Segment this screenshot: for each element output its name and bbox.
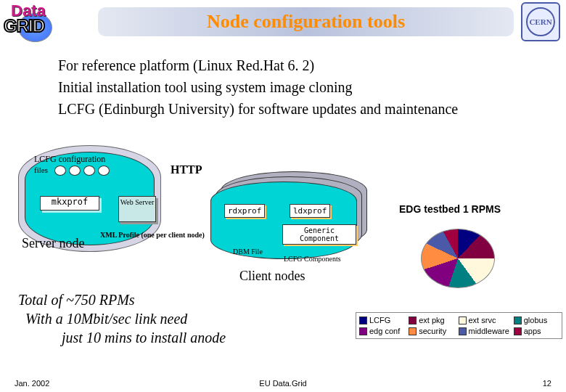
slide-title: Node configuration tools	[207, 11, 405, 33]
http-label: HTTP	[171, 163, 202, 176]
legend-item: ext pkg	[409, 316, 454, 324]
logo-text-grid: GRID	[4, 16, 44, 36]
legend-item: apps	[514, 327, 559, 335]
legend-item: edg conf	[359, 327, 404, 335]
xml-profile-label: XML Profile (one per client node)	[100, 231, 205, 240]
server-node-label: Server node	[22, 236, 84, 251]
legend-item: globus	[514, 316, 559, 324]
legend-swatch	[459, 317, 467, 324]
datagrid-logo: Data GRID	[4, 0, 91, 44]
bullet-3: LCFG (Edinburgh University) for software…	[58, 98, 515, 120]
file-icon	[69, 166, 81, 176]
rdxprof-box: rdxprof	[224, 204, 265, 218]
diagram: LCFG configuration files mkxprof Web Ser…	[7, 145, 559, 290]
client-nodes-label: Client nodes	[239, 269, 305, 284]
legend-item: LCFG	[359, 316, 404, 324]
legend-swatch	[359, 317, 367, 324]
legend-label: LCFG	[369, 316, 390, 324]
file-icon	[98, 166, 110, 176]
pie-chart	[421, 229, 495, 288]
legend-label: apps	[524, 327, 541, 335]
title-bar: Node configuration tools	[98, 7, 514, 36]
mkxprof-box: mkxprof	[40, 196, 99, 211]
generic-component-box: Generic Component	[282, 224, 356, 245]
legend-label: security	[419, 327, 446, 335]
bullet-content: For reference platform (Linux Red.Hat 6.…	[0, 44, 566, 120]
legend-item: ext srvc	[459, 316, 509, 324]
webserver-box: Web Server	[118, 196, 156, 222]
cern-text: CERN	[529, 17, 551, 26]
summary-line-2: With a 10Mbit/sec link need	[25, 309, 226, 328]
client-stack: rdxprof ldxprof Generic Component DBM Fi…	[210, 174, 356, 261]
files-label: files	[34, 166, 48, 174]
legend-swatch	[459, 327, 467, 335]
bullet-1: For reference platform (Linux Red.Hat 6.…	[58, 54, 515, 76]
legend-label: ext srvc	[469, 316, 496, 324]
bullet-2: Initial installation tool using system i…	[58, 76, 515, 98]
legend-item: middleware	[459, 327, 509, 335]
legend-label: edg conf	[369, 327, 400, 335]
pie-legend: LCFGext pkgext srvcglobusedg confsecurit…	[356, 312, 562, 339]
dbm-file-label: DBM File	[233, 248, 263, 256]
legend-swatch	[514, 317, 522, 324]
legend-label: ext pkg	[419, 316, 444, 324]
footer-date: Jan. 2002	[15, 379, 49, 388]
footer-page: 12	[543, 379, 551, 388]
legend-label: middleware	[469, 327, 509, 335]
legend-swatch	[359, 327, 367, 335]
summary-text: Total of ~750 RPMs With a 10Mbit/sec lin…	[18, 290, 226, 347]
slide-header: Data GRID Node configuration tools CERN	[0, 0, 566, 44]
ldxprof-box: ldxprof	[290, 204, 330, 218]
footer: Jan. 2002 EU Data.Grid 12	[0, 379, 566, 388]
legend-swatch	[514, 327, 522, 335]
legend-swatch	[409, 327, 417, 335]
lcfg-components-label: LCFG Components	[284, 255, 341, 263]
cern-logo: CERN	[521, 2, 560, 41]
legend-swatch	[409, 317, 417, 324]
summary-line-1: Total of ~750 RPMs	[18, 290, 226, 309]
client-panel-front: rdxprof ldxprof Generic Component DBM Fi…	[210, 181, 357, 259]
lcfg-config-label: LCFG configuration	[34, 154, 105, 165]
legend-item: security	[409, 327, 454, 335]
summary-line-3: just 10 mins to install anode	[62, 328, 226, 347]
file-icons	[54, 166, 110, 176]
file-icon	[54, 166, 66, 176]
pie-title: EDG testbed 1 RPMS	[399, 203, 501, 215]
file-icon	[83, 166, 95, 176]
legend-label: globus	[524, 316, 547, 324]
footer-project: EU Data.Grid	[259, 379, 306, 388]
